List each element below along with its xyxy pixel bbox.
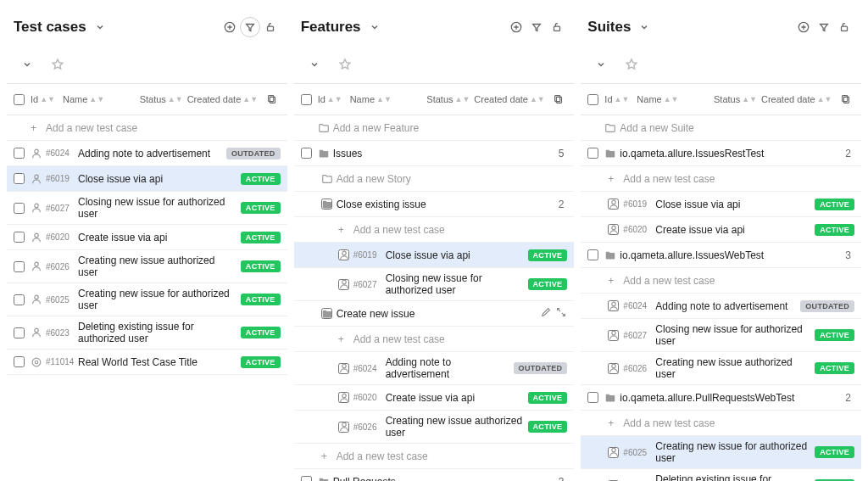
testcase-row[interactable]: #6019 Close issue via api ACTIVE <box>294 243 575 268</box>
col-name[interactable]: Name▲▼ <box>637 94 714 104</box>
chevron-down-icon[interactable] <box>634 17 654 37</box>
testcase-row[interactable]: #11014 Real World Test Case Title ACTIVE <box>7 350 287 375</box>
add-row[interactable]: + Add a new test case <box>581 268 861 294</box>
add-row[interactable]: Add a new Suite <box>581 115 861 141</box>
row-checkbox[interactable] <box>14 148 25 159</box>
testcase-row[interactable]: #6023 Deleting existing issue for author… <box>7 316 287 350</box>
copy-icon[interactable] <box>837 89 854 109</box>
folder-icon <box>318 476 333 482</box>
lock-open-icon[interactable] <box>260 17 281 37</box>
add-icon[interactable] <box>220 17 240 37</box>
select-all-checkbox[interactable] <box>14 94 25 105</box>
testcase-row[interactable]: #6020 Create issue via api ACTIVE <box>7 225 287 250</box>
select-all-checkbox[interactable] <box>301 94 312 105</box>
panel-header: Features <box>294 7 575 48</box>
row-checkbox[interactable] <box>14 261 25 272</box>
row-checkbox[interactable] <box>587 148 598 159</box>
group-row[interactable]: Pull Requests3 <box>294 469 575 481</box>
row-checkbox[interactable] <box>14 356 25 367</box>
group-row[interactable]: Close existing issue2 <box>294 192 575 217</box>
features-panel: Features Id▲▼ Name▲▼ Status▲▼ Created da… <box>294 7 575 481</box>
chevron-down-icon[interactable] <box>90 17 110 37</box>
group-row[interactable]: io.qameta.allure.IssuesWebTest3 <box>581 243 861 268</box>
row-checkbox[interactable] <box>14 294 25 305</box>
testcase-row[interactable]: #6025 Creating new issue for authorized … <box>581 436 861 469</box>
testcase-row[interactable]: #6026 Creating new issue authorized user… <box>294 411 575 444</box>
automation-icon <box>31 173 46 185</box>
testcase-row[interactable]: #6027 Closing new issue for authorized u… <box>581 319 861 352</box>
plus-icon: + <box>608 173 623 185</box>
testcase-name: Create issue via api <box>655 224 815 236</box>
row-checkbox[interactable] <box>14 203 25 214</box>
testcase-row[interactable]: #6024 Adding note to advertisement OUTDA… <box>294 352 575 385</box>
testcase-row[interactable]: #6027 Closing new issue for authorized u… <box>7 192 287 225</box>
lock-open-icon[interactable] <box>547 17 567 37</box>
copy-icon[interactable] <box>264 89 281 109</box>
filter-icon[interactable] <box>814 17 834 37</box>
filter-icon[interactable] <box>526 17 547 37</box>
group-row[interactable]: Issues5 <box>294 141 575 166</box>
group-row[interactable]: io.qameta.allure.PullRequestsWebTest2 <box>581 385 861 411</box>
testcase-id: #6020 <box>623 225 655 234</box>
copy-icon[interactable] <box>550 89 567 109</box>
add-row[interactable]: + Add a new test case <box>581 411 861 436</box>
add-row[interactable]: Add a new Story <box>294 166 575 192</box>
col-id[interactable]: Id▲▼ <box>31 94 63 104</box>
add-row[interactable]: + Add a new test case <box>294 444 575 469</box>
row-checkbox[interactable] <box>301 148 312 159</box>
add-row[interactable]: + Add a new test case <box>294 217 575 243</box>
col-id[interactable]: Id▲▼ <box>604 94 637 104</box>
row-checkbox[interactable] <box>301 476 312 481</box>
add-row[interactable]: Add a new Feature <box>294 115 575 141</box>
add-row[interactable]: + Add a new test case <box>581 166 861 192</box>
svg-rect-1 <box>267 26 273 31</box>
col-created[interactable]: Created date▲▼ <box>187 94 264 104</box>
chevron-down-icon[interactable] <box>591 54 611 75</box>
row-checkbox[interactable] <box>14 173 25 184</box>
chevron-down-icon[interactable] <box>17 54 37 75</box>
row-checkbox[interactable] <box>14 327 25 338</box>
testcase-row[interactable]: #6020 Create issue via api ACTIVE <box>581 217 861 243</box>
group-row[interactable]: io.qameta.allure.IssuesRestTest2 <box>581 141 861 166</box>
star-icon[interactable] <box>335 54 355 75</box>
group-row[interactable]: Create new issue <box>294 301 575 327</box>
chevron-down-icon[interactable] <box>364 17 385 37</box>
add-row[interactable]: + Add a new test case <box>294 327 575 352</box>
automation-icon <box>31 327 46 338</box>
select-all-checkbox[interactable] <box>587 94 598 105</box>
star-icon[interactable] <box>621 54 642 75</box>
edit-icon[interactable] <box>540 306 552 321</box>
testcase-row[interactable]: #6026 Creating new issue authorized user… <box>7 250 287 283</box>
chevron-down-icon[interactable] <box>304 54 325 75</box>
filter-icon[interactable] <box>240 17 260 37</box>
add-label: Add a new Suite <box>620 122 854 134</box>
add-testcase-row[interactable]: + Add a new test case <box>7 115 287 141</box>
lock-open-icon[interactable] <box>834 17 854 37</box>
col-status[interactable]: Status▲▼ <box>426 94 474 104</box>
testcase-row[interactable]: #6027 Closing new issue for authorized u… <box>294 268 575 301</box>
col-id[interactable]: Id▲▼ <box>318 94 350 104</box>
row-checkbox[interactable] <box>587 392 598 403</box>
add-icon[interactable] <box>793 17 814 37</box>
testcase-row[interactable]: #6024 Adding note to advertisement OUTDA… <box>7 141 287 166</box>
col-created[interactable]: Created date▲▼ <box>761 94 837 104</box>
row-checkbox[interactable] <box>14 232 25 243</box>
testcase-row[interactable]: #6020 Create issue via api ACTIVE <box>294 385 575 411</box>
add-icon[interactable] <box>506 17 526 37</box>
col-status[interactable]: Status▲▼ <box>714 94 761 104</box>
testcase-row[interactable]: #6026 Creating new issue authorized user… <box>581 352 861 385</box>
star-icon[interactable] <box>47 54 68 75</box>
testcase-row[interactable]: #6024 Adding note to advertisement OUTDA… <box>581 294 861 319</box>
testcase-row[interactable]: #6019 Close issue via api ACTIVE <box>7 166 287 192</box>
folder-icon <box>321 173 337 185</box>
row-checkbox[interactable] <box>587 249 598 260</box>
plus-icon: + <box>608 275 623 287</box>
col-status[interactable]: Status▲▼ <box>140 94 187 104</box>
col-created[interactable]: Created date▲▼ <box>474 94 550 104</box>
testcase-row[interactable]: #6025 Creating new issue for authorized … <box>7 283 287 316</box>
col-name[interactable]: Name▲▼ <box>63 94 140 104</box>
testcase-row[interactable]: #6023 Deleting existing issue for author… <box>581 469 861 481</box>
testcase-row[interactable]: #6019 Close issue via api ACTIVE <box>581 192 861 217</box>
col-name[interactable]: Name▲▼ <box>350 94 427 104</box>
expand-icon[interactable] <box>555 306 567 321</box>
